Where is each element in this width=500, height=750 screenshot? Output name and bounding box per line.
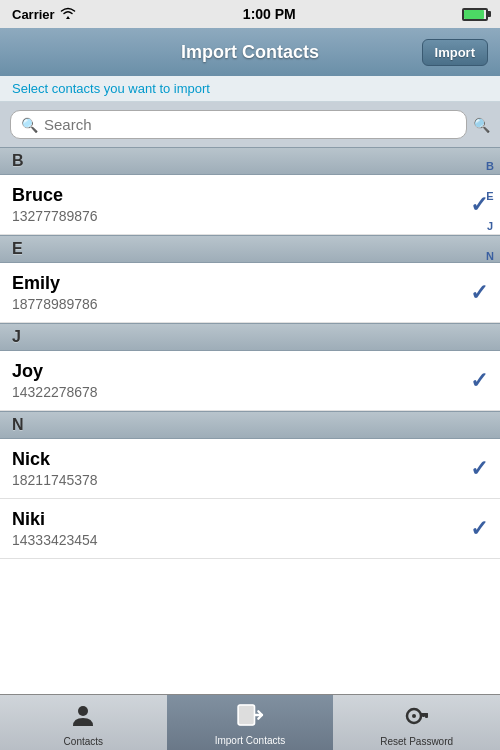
svg-rect-8 (422, 713, 425, 717)
battery-indicator (462, 8, 488, 21)
search-icon: 🔍 (21, 117, 38, 133)
contact-row[interactable]: Bruce 13277789876 ✓ (0, 175, 500, 235)
contact-phone: 14333423454 (12, 532, 462, 548)
contact-name: Niki (12, 509, 462, 530)
section-letter: J (12, 328, 21, 346)
contact-info: Joy 14322278678 (12, 361, 462, 400)
contact-info: Bruce 13277789876 (12, 185, 462, 224)
page-title: Import Contacts (181, 42, 319, 63)
svg-rect-7 (425, 713, 428, 718)
carrier-text: Carrier (12, 6, 77, 22)
contact-check-icon: ✓ (470, 368, 488, 394)
contact-phone: 18211745378 (12, 472, 462, 488)
tab-bar: Contacts Import Contacts Reset Password (0, 694, 500, 750)
section-letter: B (12, 152, 24, 170)
tab-reset-password[interactable]: Reset Password (333, 695, 500, 750)
contacts-tab-label: Contacts (64, 736, 103, 747)
contact-info: Niki 14333423454 (12, 509, 462, 548)
status-time: 1:00 PM (243, 6, 296, 22)
import-contacts-tab-icon (236, 703, 264, 733)
reset-password-tab-label: Reset Password (380, 736, 453, 747)
contact-name: Joy (12, 361, 462, 382)
nav-bar: Import Contacts Import (0, 28, 500, 76)
contact-info: Emily 18778989786 (12, 273, 462, 312)
contact-name: Emily (12, 273, 462, 294)
svg-point-0 (78, 706, 88, 716)
contact-row[interactable]: Joy 14322278678 ✓ (0, 351, 500, 411)
section-header-e: E (0, 235, 500, 263)
contact-row[interactable]: Nick 18211745378 ✓ (0, 439, 500, 499)
import-button[interactable]: Import (422, 39, 488, 66)
search-container[interactable]: 🔍 (10, 110, 467, 139)
index-letter-b[interactable]: B (482, 160, 498, 172)
contact-check-icon: ✓ (470, 280, 488, 306)
subtitle-text: Select contacts you want to import (0, 76, 500, 102)
svg-rect-2 (239, 706, 254, 724)
contact-name: Nick (12, 449, 462, 470)
search-right-icon: 🔍 (473, 117, 490, 133)
contact-check-icon: ✓ (470, 516, 488, 542)
section-header-n: N (0, 411, 500, 439)
section-index-bar: BEJN (482, 160, 498, 262)
index-letter-e[interactable]: E (482, 190, 498, 202)
battery-icon (462, 8, 488, 21)
contact-name: Bruce (12, 185, 462, 206)
contact-info: Nick 18211745378 (12, 449, 462, 488)
tab-import-contacts[interactable]: Import Contacts (167, 695, 334, 750)
section-header-b: B (0, 147, 500, 175)
contact-phone: 13277789876 (12, 208, 462, 224)
tab-contacts[interactable]: Contacts (0, 695, 167, 750)
svg-point-5 (412, 714, 416, 718)
section-header-j: J (0, 323, 500, 351)
contact-phone: 14322278678 (12, 384, 462, 400)
search-bar: 🔍 🔍 (0, 102, 500, 147)
section-letter: E (12, 240, 23, 258)
reset-password-tab-icon (404, 702, 430, 734)
contact-check-icon: ✓ (470, 456, 488, 482)
index-letter-n[interactable]: N (482, 250, 498, 262)
contacts-tab-icon (70, 702, 96, 734)
contact-row[interactable]: Emily 18778989786 ✓ (0, 263, 500, 323)
index-letter-j[interactable]: J (482, 220, 498, 232)
section-letter: N (12, 416, 24, 434)
status-bar: Carrier 1:00 PM (0, 0, 500, 28)
contact-phone: 18778989786 (12, 296, 462, 312)
contacts-list: B Bruce 13277789876 ✓ E Emily 1877898978… (0, 147, 500, 685)
wifi-icon (59, 6, 77, 22)
contact-row[interactable]: Niki 14333423454 ✓ (0, 499, 500, 559)
import-contacts-tab-label: Import Contacts (215, 735, 286, 746)
search-input[interactable] (44, 116, 456, 133)
